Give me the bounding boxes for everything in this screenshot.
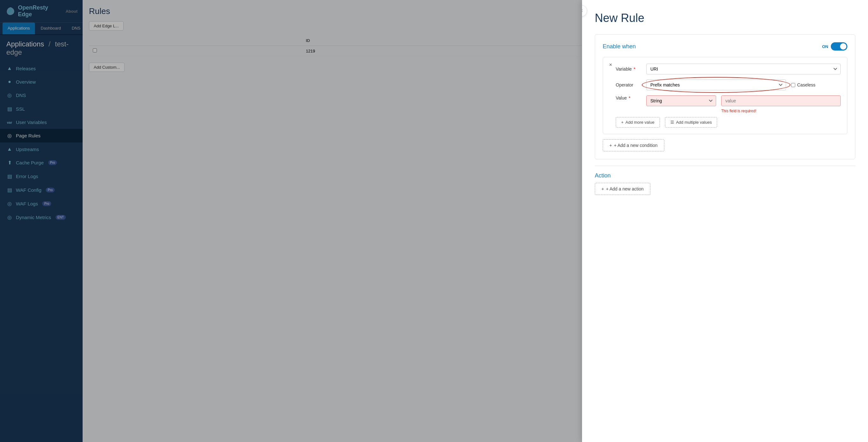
action-section: Action + + Add a new action [595, 172, 855, 195]
value-required-mark: * [629, 95, 630, 100]
action-title: Action [595, 172, 855, 179]
add-action-button[interactable]: + + Add a new action [595, 183, 650, 195]
operator-select[interactable]: Prefix matches Exact match Contains Rege… [646, 80, 786, 90]
value-label: Value * [616, 95, 641, 100]
modal-overlay: × New Rule Enable when ON [0, 0, 868, 442]
modal-title: New Rule [595, 11, 855, 25]
caseless-label: Caseless [797, 82, 815, 87]
variable-select[interactable]: URI Host Method Cookie Header [646, 64, 841, 75]
add-more-value-button[interactable]: + Add more value [616, 117, 660, 127]
value-row: Value * String Number Regex [609, 95, 841, 106]
enable-when-section: Enable when ON × Varia [595, 34, 855, 159]
enable-when-title: Enable when [603, 43, 636, 50]
value-buttons: + Add more value ☰ Add multiple values [609, 117, 841, 127]
section-header: Enable when ON [603, 42, 847, 51]
add-condition-plus-icon: + [609, 143, 612, 148]
value-input[interactable] [721, 95, 841, 106]
enable-toggle[interactable] [831, 42, 847, 51]
value-type-select[interactable]: String Number Regex [646, 95, 716, 106]
condition-block: × Variable * URI Host Method Cookie Head… [603, 57, 847, 134]
add-multiple-values-button[interactable]: ☰ Add multiple values [665, 117, 717, 127]
operator-row: Operator Prefix matches Exact match Cont… [609, 80, 841, 90]
toggle-label: ON [822, 44, 829, 49]
plus-icon: + [621, 120, 624, 125]
operator-label: Operator [616, 82, 641, 87]
variable-row: Variable * URI Host Method Cookie Header [609, 64, 841, 75]
variable-label: Variable * [616, 66, 641, 71]
operator-select-wrapper: Prefix matches Exact match Contains Rege… [646, 80, 786, 90]
list-icon: ☰ [671, 120, 674, 125]
caseless-checkbox[interactable] [791, 83, 795, 87]
toggle-switch: ON [822, 42, 848, 51]
section-divider [595, 166, 855, 166]
caseless-checkbox-label[interactable]: Caseless [791, 82, 815, 87]
add-action-plus-icon: + [601, 186, 604, 191]
add-condition-button[interactable]: + + Add a new condition [603, 139, 664, 151]
variable-required-mark: * [633, 66, 635, 71]
condition-remove-button[interactable]: × [607, 61, 615, 69]
toggle-slider [831, 42, 847, 51]
modal-panel: × New Rule Enable when ON [582, 0, 868, 442]
modal-body: New Rule Enable when ON × [582, 0, 868, 206]
value-error-message: This field is required! [609, 109, 841, 113]
